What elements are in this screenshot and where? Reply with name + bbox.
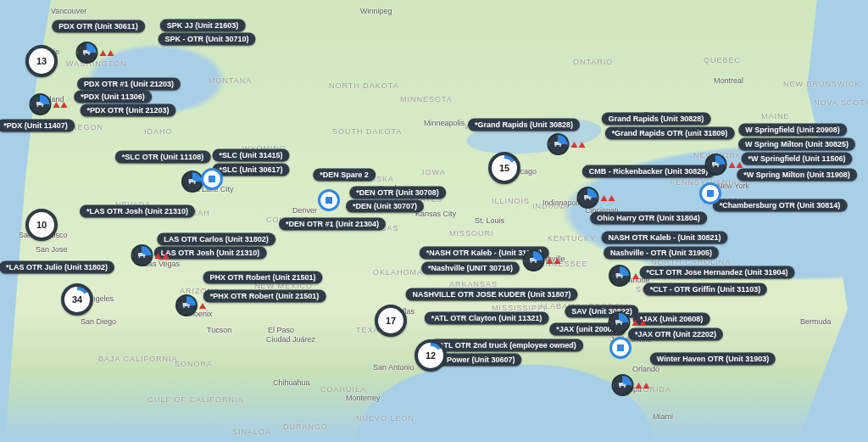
unit-pill-nashville-otr-jose-31807[interactable]: NASHVILLE OTR JOSE KUDER (Unit 31807) [405, 288, 577, 301]
unit-pill-den-otr1-21304[interactable]: *DEN OTR #1 (Unit 21304) [279, 218, 386, 231]
alert-icon [108, 50, 114, 56]
unit-pill-ohio-harry-otr-31804[interactable]: Ohio Harry OTR (Unit 31804) [590, 212, 707, 225]
unit-pill-las-otr-carlos-31802[interactable]: LAS OTR Carlos (Unit 31802) [157, 233, 275, 246]
unit-pill-label: SPK JJ (Unit 21603) [167, 22, 239, 30]
stop-marker-bs-den[interactable] [318, 189, 340, 211]
unit-pill-nashville-otr-31905[interactable]: Nashville - OTR (Unit 31905) [604, 247, 719, 260]
map-city-label: Montreal [714, 76, 743, 85]
map-city-label: Winnipeg [360, 7, 392, 15]
unit-pill-slc-30617[interactable]: *SLC (Unit 30617) [212, 164, 289, 176]
map-city-label: Minneapolis [424, 119, 465, 127]
unit-pill-grand-rapids-a[interactable]: *Grand Rapids (Unit 30828) [468, 119, 580, 131]
unit-pill-grand-rapids-otr-31809[interactable]: *Grand Rapids OTR (unit 31809) [605, 127, 735, 140]
unit-pill-pdx-11306[interactable]: *PDX (Unit 11306) [74, 91, 152, 104]
alert-flags [199, 303, 206, 309]
unit-pill-label: W Spring Milton (Unit 30825) [745, 141, 849, 148]
unit-pill-phx-otr-robert-b-21501[interactable]: *PHX OTR Robert (Unit 21501) [203, 290, 326, 303]
map-region-label: Gulf of California [147, 395, 244, 404]
unit-pill-label: Nashville - OTR (Unit 31905) [610, 249, 712, 257]
map-city-label: New York [717, 182, 749, 190]
unit-pill-spk-jj-21603[interactable]: SPK JJ (Unit 21603) [160, 20, 246, 32]
unit-pill-nash-otr-kaleb-30821[interactable]: NASH OTR Kaleb - (Unit 30821) [601, 232, 727, 244]
alert-icon [571, 142, 578, 148]
vehicle-marker-m-portland[interactable] [30, 93, 68, 115]
unit-pill-grand-rapids-b[interactable]: Grand Rapids (Unit 30828) [602, 113, 711, 126]
unit-pill-las-otr-julio-31802[interactable]: *LAS OTR Julio (Unit 31802) [0, 261, 114, 274]
unit-pill-atl-otr-2nd[interactable]: *ATL OTR 2nd truck (employee owned) [429, 339, 583, 352]
vehicle-marker-m-columbus[interactable] [577, 187, 615, 209]
unit-pill-label: *ATL OTR 2nd truck (employee owned) [436, 342, 576, 350]
map-region-label: KENTUCKY [548, 234, 596, 243]
unit-pill-label: *CLT - OTR Griffin (Unit 31103) [650, 286, 760, 294]
map-viewport[interactable]: VancouverSeattlePortlandWinnipegMinneapo… [0, 0, 868, 442]
truck-icon [523, 249, 545, 271]
unit-pill-pdx-otr-30611[interactable]: PDX OTR (Unit 30611) [52, 20, 145, 33]
unit-pill-label: *CLT OTR Jose Hernandez (Unit 31904) [647, 269, 788, 277]
unit-pill-den-30707[interactable]: *DEN (Unit 30707) [346, 200, 424, 213]
unit-pill-den-otr-30708[interactable]: *DEN OTR (Unit 30708) [349, 187, 446, 199]
vehicle-marker-m-tampa[interactable] [612, 374, 650, 396]
ocean-atlantic [766, 0, 868, 442]
unit-pill-label: PDX OTR #1 (Unit 21203) [84, 81, 174, 88]
cluster-count: 34 [68, 290, 86, 309]
map-city-label: Ciudad Juárez [266, 335, 315, 344]
stop-marker-bs-jax[interactable] [609, 337, 632, 359]
unit-pill-pdx-otr1-21203[interactable]: PDX OTR #1 (Unit 21203) [77, 78, 181, 91]
alert-icon [163, 253, 170, 259]
vehicle-marker-m-spokane[interactable] [76, 42, 114, 64]
map-region-label: DURANGO [283, 422, 328, 431]
vehicle-marker-m-phx[interactable] [175, 294, 206, 316]
map-city-label: Denver [292, 206, 317, 215]
unit-pill-w-springfield-11506[interactable]: *W Springfield (Unit 11506) [741, 153, 852, 165]
unit-pill-label: Grand Rapids (Unit 30828) [609, 115, 704, 123]
cluster-marker-cluster-seattle[interactable]: 13 [25, 45, 58, 77]
cluster-marker-cluster-la[interactable]: 34 [61, 283, 93, 316]
stop-marker-bs-philly[interactable] [699, 182, 721, 204]
unit-pill-phx-otr-robert-21501[interactable]: PHX OTR Robert (Unit 21501) [203, 271, 322, 284]
unit-pill-cmb-rickenbacker-30829[interactable]: CMB - Rickenbacker (Unit 30829) [582, 165, 715, 178]
vehicle-marker-m-sav[interactable] [609, 311, 647, 333]
vehicle-marker-m-nashville[interactable] [523, 249, 561, 271]
unit-pill-las-otr-josh-21310[interactable]: *LAS OTR Josh (Unit 21310) [80, 205, 195, 218]
unit-pill-den-spare2[interactable]: *DEN Spare 2 [313, 169, 376, 182]
unit-pill-slc-otr-11108[interactable]: *SLC OTR (Unit 11108) [115, 151, 211, 164]
alert-icon [100, 50, 107, 56]
cluster-marker-cluster-chicago[interactable]: 15 [488, 152, 520, 184]
unit-pill-nashville-30716[interactable]: *Nashville (UNIT 30716) [421, 262, 520, 275]
unit-pill-label: LAS OTR Carlos (Unit 31802) [164, 236, 269, 243]
unit-pill-w-spring-milton-30825[interactable]: W Spring Milton (Unit 30825) [738, 138, 855, 151]
vehicle-marker-m-grandrapids[interactable] [548, 133, 586, 155]
alert-icon [636, 383, 643, 389]
unit-pill-label: *JAX (Unit 20608) [640, 316, 704, 323]
map-city-label: Miami [653, 412, 673, 421]
truck-icon [609, 311, 631, 333]
ocean-gulf [356, 365, 653, 442]
unit-pill-chambersburg-otr-30814[interactable]: *Chambersburg OTR (Unit 30814) [713, 199, 848, 212]
vehicle-marker-m-springfield[interactable] [705, 154, 743, 176]
vehicle-marker-m-las[interactable] [131, 244, 170, 266]
unit-pill-label: *W Springfield (Unit 11506) [748, 155, 845, 163]
unit-pill-atl-otr-clayton-11321[interactable]: *ATL OTR Clayton (Unit 11321) [425, 312, 549, 325]
unit-pill-clt-otr-griffin-31103[interactable]: *CLT - OTR Griffin (Unit 31103) [643, 283, 767, 296]
alert-flags [601, 195, 615, 201]
unit-pill-winter-haven-otr-31903[interactable]: Winter Haven OTR (Unit 31903) [650, 353, 776, 366]
unit-pill-label: *DEN Spare 2 [320, 171, 369, 179]
unit-pill-pdx-otr-21203[interactable]: *PDX OTR (Unit 21203) [80, 104, 175, 117]
cluster-marker-cluster-houston[interactable]: 12 [415, 339, 447, 372]
unit-pill-las-otr-josh-b-21310[interactable]: LAS OTR Josh (Unit 21310) [154, 247, 267, 260]
cluster-marker-cluster-dallas[interactable]: 17 [375, 305, 407, 337]
unit-pill-pdx-11407[interactable]: *PDX (Unit 11407) [0, 120, 75, 132]
stop-marker-bs-slc[interactable] [201, 168, 223, 190]
unit-pill-clt-otr-jose-31904[interactable]: *CLT OTR Jose Hernandez (Unit 31904) [640, 266, 795, 279]
unit-pill-label: W Springfield (Unit 20908) [745, 126, 840, 134]
alert-icon [601, 195, 608, 201]
unit-pill-label: PHX OTR Robert (Unit 21501) [209, 274, 315, 282]
unit-pill-spk-otr-30710[interactable]: SPK - OTR (Unit 30710) [158, 33, 255, 46]
vehicle-marker-m-clt[interactable] [609, 265, 639, 287]
unit-pill-w-spring-milton-31908[interactable]: *W Spring Milton (Unit 31908) [737, 169, 857, 182]
unit-pill-unit-31415[interactable]: *SLC (Unit 31415) [212, 149, 289, 162]
alert-icon [632, 273, 639, 279]
unit-pill-w-springfield-20908[interactable]: W Springfield (Unit 20908) [738, 124, 847, 137]
map-region-label: SOUTH DAKOTA [332, 127, 402, 136]
cluster-marker-cluster-sf[interactable]: 10 [25, 209, 58, 241]
